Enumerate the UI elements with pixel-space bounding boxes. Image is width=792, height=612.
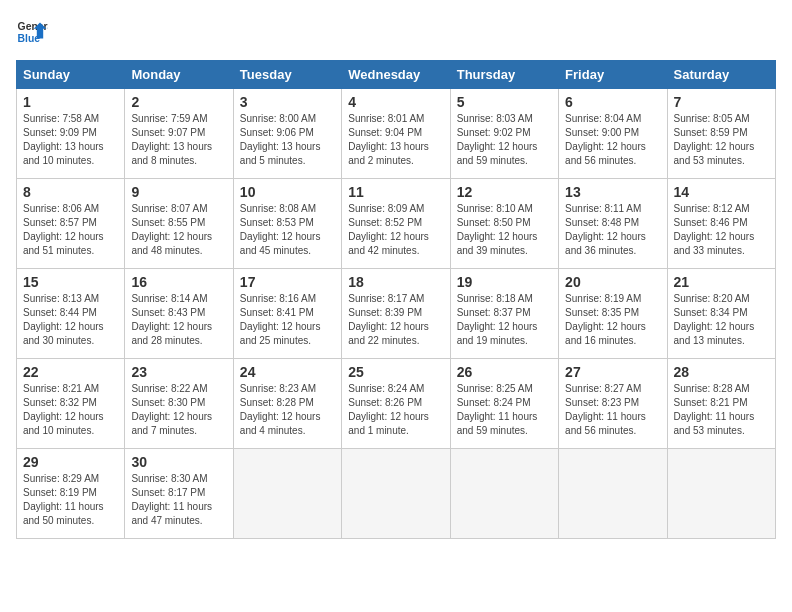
logo: General Blue (16, 16, 48, 48)
day-info: Sunrise: 8:17 AMSunset: 8:39 PMDaylight:… (348, 292, 443, 348)
calendar-cell: 10Sunrise: 8:08 AMSunset: 8:53 PMDayligh… (233, 179, 341, 269)
week-row-4: 22Sunrise: 8:21 AMSunset: 8:32 PMDayligh… (17, 359, 776, 449)
day-number: 26 (457, 364, 552, 380)
calendar-table: SundayMondayTuesdayWednesdayThursdayFrid… (16, 60, 776, 539)
day-info: Sunrise: 8:08 AMSunset: 8:53 PMDaylight:… (240, 202, 335, 258)
calendar-cell: 17Sunrise: 8:16 AMSunset: 8:41 PMDayligh… (233, 269, 341, 359)
header-saturday: Saturday (667, 61, 775, 89)
day-info: Sunrise: 8:24 AMSunset: 8:26 PMDaylight:… (348, 382, 443, 438)
day-number: 13 (565, 184, 660, 200)
day-info: Sunrise: 8:05 AMSunset: 8:59 PMDaylight:… (674, 112, 769, 168)
day-number: 2 (131, 94, 226, 110)
day-number: 22 (23, 364, 118, 380)
day-info: Sunrise: 8:12 AMSunset: 8:46 PMDaylight:… (674, 202, 769, 258)
day-number: 3 (240, 94, 335, 110)
header-row: SundayMondayTuesdayWednesdayThursdayFrid… (17, 61, 776, 89)
day-number: 17 (240, 274, 335, 290)
day-number: 5 (457, 94, 552, 110)
calendar-cell: 28Sunrise: 8:28 AMSunset: 8:21 PMDayligh… (667, 359, 775, 449)
header-sunday: Sunday (17, 61, 125, 89)
day-info: Sunrise: 8:04 AMSunset: 9:00 PMDaylight:… (565, 112, 660, 168)
header-wednesday: Wednesday (342, 61, 450, 89)
calendar-cell: 22Sunrise: 8:21 AMSunset: 8:32 PMDayligh… (17, 359, 125, 449)
day-number: 10 (240, 184, 335, 200)
calendar-cell: 23Sunrise: 8:22 AMSunset: 8:30 PMDayligh… (125, 359, 233, 449)
day-info: Sunrise: 8:18 AMSunset: 8:37 PMDaylight:… (457, 292, 552, 348)
day-info: Sunrise: 7:59 AMSunset: 9:07 PMDaylight:… (131, 112, 226, 168)
calendar-cell: 21Sunrise: 8:20 AMSunset: 8:34 PMDayligh… (667, 269, 775, 359)
day-info: Sunrise: 8:20 AMSunset: 8:34 PMDaylight:… (674, 292, 769, 348)
calendar-cell: 12Sunrise: 8:10 AMSunset: 8:50 PMDayligh… (450, 179, 558, 269)
calendar-cell: 2Sunrise: 7:59 AMSunset: 9:07 PMDaylight… (125, 89, 233, 179)
calendar-cell: 3Sunrise: 8:00 AMSunset: 9:06 PMDaylight… (233, 89, 341, 179)
header-tuesday: Tuesday (233, 61, 341, 89)
day-number: 1 (23, 94, 118, 110)
day-info: Sunrise: 8:23 AMSunset: 8:28 PMDaylight:… (240, 382, 335, 438)
day-number: 18 (348, 274, 443, 290)
day-info: Sunrise: 8:25 AMSunset: 8:24 PMDaylight:… (457, 382, 552, 438)
calendar-cell: 4Sunrise: 8:01 AMSunset: 9:04 PMDaylight… (342, 89, 450, 179)
day-number: 11 (348, 184, 443, 200)
day-number: 24 (240, 364, 335, 380)
day-number: 20 (565, 274, 660, 290)
calendar-cell (450, 449, 558, 539)
day-number: 14 (674, 184, 769, 200)
day-number: 29 (23, 454, 118, 470)
logo-icon: General Blue (16, 16, 48, 48)
day-number: 8 (23, 184, 118, 200)
day-number: 21 (674, 274, 769, 290)
day-info: Sunrise: 8:13 AMSunset: 8:44 PMDaylight:… (23, 292, 118, 348)
calendar-cell: 25Sunrise: 8:24 AMSunset: 8:26 PMDayligh… (342, 359, 450, 449)
day-number: 30 (131, 454, 226, 470)
day-info: Sunrise: 8:07 AMSunset: 8:55 PMDaylight:… (131, 202, 226, 258)
header-thursday: Thursday (450, 61, 558, 89)
day-number: 16 (131, 274, 226, 290)
calendar-cell: 30Sunrise: 8:30 AMSunset: 8:17 PMDayligh… (125, 449, 233, 539)
calendar-cell: 5Sunrise: 8:03 AMSunset: 9:02 PMDaylight… (450, 89, 558, 179)
calendar-cell: 8Sunrise: 8:06 AMSunset: 8:57 PMDaylight… (17, 179, 125, 269)
calendar-cell: 13Sunrise: 8:11 AMSunset: 8:48 PMDayligh… (559, 179, 667, 269)
calendar-cell: 6Sunrise: 8:04 AMSunset: 9:00 PMDaylight… (559, 89, 667, 179)
day-info: Sunrise: 8:03 AMSunset: 9:02 PMDaylight:… (457, 112, 552, 168)
week-row-3: 15Sunrise: 8:13 AMSunset: 8:44 PMDayligh… (17, 269, 776, 359)
calendar-cell: 16Sunrise: 8:14 AMSunset: 8:43 PMDayligh… (125, 269, 233, 359)
header-friday: Friday (559, 61, 667, 89)
calendar-cell: 29Sunrise: 8:29 AMSunset: 8:19 PMDayligh… (17, 449, 125, 539)
day-info: Sunrise: 8:21 AMSunset: 8:32 PMDaylight:… (23, 382, 118, 438)
page-header: General Blue (16, 16, 776, 48)
day-number: 23 (131, 364, 226, 380)
day-info: Sunrise: 8:00 AMSunset: 9:06 PMDaylight:… (240, 112, 335, 168)
calendar-cell: 18Sunrise: 8:17 AMSunset: 8:39 PMDayligh… (342, 269, 450, 359)
calendar-cell: 7Sunrise: 8:05 AMSunset: 8:59 PMDaylight… (667, 89, 775, 179)
calendar-cell: 20Sunrise: 8:19 AMSunset: 8:35 PMDayligh… (559, 269, 667, 359)
calendar-cell: 14Sunrise: 8:12 AMSunset: 8:46 PMDayligh… (667, 179, 775, 269)
day-info: Sunrise: 8:16 AMSunset: 8:41 PMDaylight:… (240, 292, 335, 348)
day-number: 19 (457, 274, 552, 290)
calendar-cell: 1Sunrise: 7:58 AMSunset: 9:09 PMDaylight… (17, 89, 125, 179)
week-row-2: 8Sunrise: 8:06 AMSunset: 8:57 PMDaylight… (17, 179, 776, 269)
day-info: Sunrise: 8:10 AMSunset: 8:50 PMDaylight:… (457, 202, 552, 258)
calendar-cell: 27Sunrise: 8:27 AMSunset: 8:23 PMDayligh… (559, 359, 667, 449)
day-info: Sunrise: 8:09 AMSunset: 8:52 PMDaylight:… (348, 202, 443, 258)
day-info: Sunrise: 8:06 AMSunset: 8:57 PMDaylight:… (23, 202, 118, 258)
day-number: 15 (23, 274, 118, 290)
day-info: Sunrise: 8:14 AMSunset: 8:43 PMDaylight:… (131, 292, 226, 348)
calendar-cell: 15Sunrise: 8:13 AMSunset: 8:44 PMDayligh… (17, 269, 125, 359)
calendar-cell: 26Sunrise: 8:25 AMSunset: 8:24 PMDayligh… (450, 359, 558, 449)
day-info: Sunrise: 7:58 AMSunset: 9:09 PMDaylight:… (23, 112, 118, 168)
calendar-cell: 11Sunrise: 8:09 AMSunset: 8:52 PMDayligh… (342, 179, 450, 269)
week-row-1: 1Sunrise: 7:58 AMSunset: 9:09 PMDaylight… (17, 89, 776, 179)
day-info: Sunrise: 8:30 AMSunset: 8:17 PMDaylight:… (131, 472, 226, 528)
day-info: Sunrise: 8:11 AMSunset: 8:48 PMDaylight:… (565, 202, 660, 258)
day-info: Sunrise: 8:19 AMSunset: 8:35 PMDaylight:… (565, 292, 660, 348)
day-info: Sunrise: 8:28 AMSunset: 8:21 PMDaylight:… (674, 382, 769, 438)
week-row-5: 29Sunrise: 8:29 AMSunset: 8:19 PMDayligh… (17, 449, 776, 539)
calendar-cell (233, 449, 341, 539)
day-info: Sunrise: 8:01 AMSunset: 9:04 PMDaylight:… (348, 112, 443, 168)
calendar-cell: 24Sunrise: 8:23 AMSunset: 8:28 PMDayligh… (233, 359, 341, 449)
day-info: Sunrise: 8:22 AMSunset: 8:30 PMDaylight:… (131, 382, 226, 438)
day-number: 27 (565, 364, 660, 380)
calendar-cell (342, 449, 450, 539)
calendar-cell: 19Sunrise: 8:18 AMSunset: 8:37 PMDayligh… (450, 269, 558, 359)
day-info: Sunrise: 8:27 AMSunset: 8:23 PMDaylight:… (565, 382, 660, 438)
